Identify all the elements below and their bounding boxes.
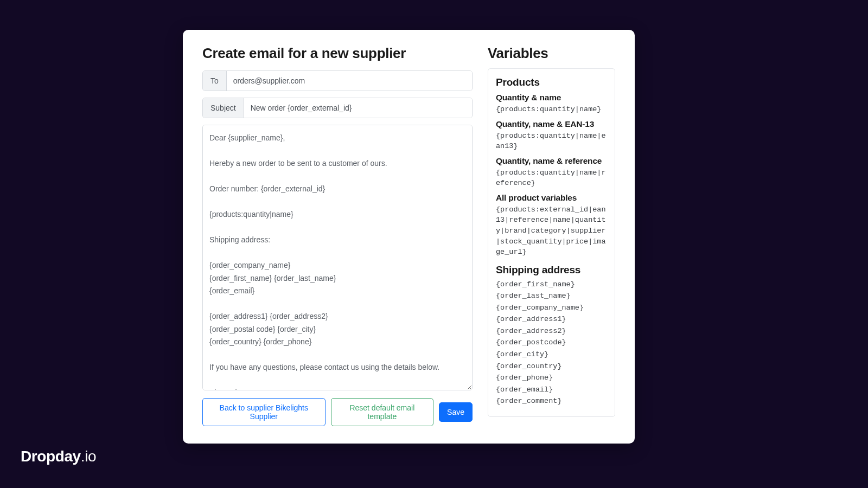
shipping-var: {order_address2} — [496, 326, 607, 337]
shipping-var: {order_comment} — [496, 396, 607, 407]
var-group-code: {products:external_id|ean13|reference|na… — [496, 204, 607, 258]
shipping-var: {order_city} — [496, 349, 607, 360]
subject-label: Subject — [203, 98, 244, 118]
shipping-var: {order_email} — [496, 384, 607, 395]
brand-logo: Dropday.io — [21, 448, 96, 465]
shipping-var: {order_first_name} — [496, 279, 607, 290]
body-textarea[interactable] — [202, 125, 473, 390]
brand-tld: .io — [81, 448, 96, 465]
shipping-var: {order_postcode} — [496, 337, 607, 348]
to-label: To — [203, 71, 227, 91]
variables-title: Variables — [488, 45, 615, 62]
reset-button[interactable]: Reset default email template — [331, 398, 434, 426]
products-section-title: Products — [496, 76, 607, 88]
var-group-label: Quantity, name & reference — [496, 156, 607, 166]
var-group-label: Quantity & name — [496, 93, 607, 102]
subject-row: Subject — [202, 98, 473, 118]
var-group-label: Quantity, name & EAN-13 — [496, 119, 607, 129]
shipping-var: {order_address1} — [496, 314, 607, 325]
variables-panel: Products Quantity & name {products:quant… — [488, 68, 615, 417]
form-column: Create email for a new supplier To Subje… — [202, 45, 473, 426]
variables-column: Variables Products Quantity & name {prod… — [488, 45, 615, 426]
shipping-var: {order_last_name} — [496, 291, 607, 301]
email-template-card: Create email for a new supplier To Subje… — [183, 30, 635, 444]
page-title: Create email for a new supplier — [202, 45, 473, 62]
back-button[interactable]: Back to supplier Bikelights Supplier — [202, 398, 326, 426]
var-group-label: All product variables — [496, 193, 607, 203]
save-button[interactable]: Save — [439, 402, 473, 422]
subject-input[interactable] — [244, 98, 472, 118]
shipping-var-list: {order_first_name} {order_last_name} {or… — [496, 279, 607, 407]
var-group-code: {products:quantity|name|ean13} — [496, 131, 607, 152]
shipping-var: {order_phone} — [496, 373, 607, 383]
to-row: To — [202, 70, 473, 91]
var-group-code: {products:quantity|name|reference} — [496, 168, 607, 189]
var-group-code: {products:quantity|name} — [496, 104, 607, 115]
brand-name: Dropday — [21, 448, 81, 465]
shipping-var: {order_country} — [496, 361, 607, 372]
button-row: Back to supplier Bikelights Supplier Res… — [202, 398, 473, 426]
shipping-section-title: Shipping address — [496, 264, 607, 276]
shipping-var: {order_company_name} — [496, 303, 607, 313]
to-input[interactable] — [227, 71, 472, 91]
